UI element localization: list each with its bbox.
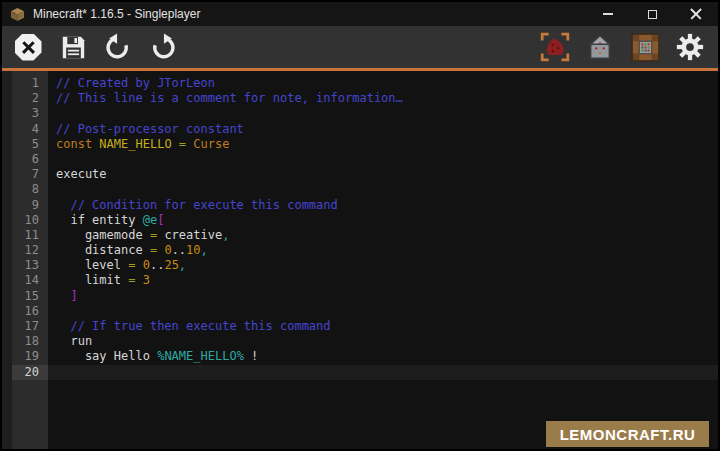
toolbar xyxy=(2,26,718,68)
code-lines: 1// Created by JTorLeon2// This line is … xyxy=(2,71,718,380)
redo-icon xyxy=(149,33,177,61)
code-line-4[interactable]: 4// Post-processor constant xyxy=(2,122,718,137)
code-line-15[interactable]: 15 ] xyxy=(2,289,718,304)
maximize-icon xyxy=(648,10,657,19)
line-number: 18 xyxy=(2,334,48,349)
line-number: 4 xyxy=(2,122,48,137)
code-line-2[interactable]: 2// This line is a comment for note, inf… xyxy=(2,91,718,106)
code-text: limit = 3 xyxy=(48,273,718,288)
code-text: // Post-processor constant xyxy=(48,122,718,137)
line-number: 20 xyxy=(2,365,48,380)
code-text: level = 0..25, xyxy=(48,258,718,273)
line-number: 5 xyxy=(2,137,48,152)
line-number: 13 xyxy=(2,258,48,273)
line-number: 17 xyxy=(2,319,48,334)
line-number: 16 xyxy=(2,304,48,319)
code-text: distance = 0..10, xyxy=(48,243,718,258)
settings-button[interactable] xyxy=(674,31,706,63)
code-line-7[interactable]: 7execute xyxy=(2,167,718,182)
crafting-table-button[interactable] xyxy=(629,31,661,63)
redstone-target-icon xyxy=(539,31,571,63)
code-text: // Condition for execute this command xyxy=(48,198,718,213)
line-number: 3 xyxy=(2,106,48,121)
code-text: say Hello %NAME_HELLO% ! xyxy=(48,349,718,364)
code-text xyxy=(48,106,718,121)
code-text: // If true then execute this command xyxy=(48,319,718,334)
settings-gear-icon xyxy=(675,32,705,62)
code-text: if entity @e[ xyxy=(48,213,718,228)
code-text xyxy=(48,182,718,197)
undo-icon xyxy=(104,33,132,61)
code-text xyxy=(48,365,718,380)
line-number: 2 xyxy=(2,91,48,106)
code-line-17[interactable]: 17 // If true then execute this command xyxy=(2,319,718,334)
code-line-18[interactable]: 18 run xyxy=(2,334,718,349)
maximize-button[interactable] xyxy=(630,2,674,26)
code-text: const NAME_HELLO = Curse xyxy=(48,137,718,152)
line-number: 12 xyxy=(2,243,48,258)
line-number: 1 xyxy=(2,76,48,91)
code-line-6[interactable]: 6 xyxy=(2,152,718,167)
line-number: 8 xyxy=(2,182,48,197)
code-line-19[interactable]: 19 say Hello %NAME_HELLO% ! xyxy=(2,349,718,364)
code-line-11[interactable]: 11 gamemode = creative, xyxy=(2,228,718,243)
line-number: 7 xyxy=(2,167,48,182)
code-text: gamemode = creative, xyxy=(48,228,718,243)
line-number: 19 xyxy=(2,349,48,364)
watermark-banner: LEMONCRAFT.RU xyxy=(546,421,709,447)
code-text: execute xyxy=(48,167,718,182)
crafting-table-icon xyxy=(630,32,661,63)
minimize-button[interactable] xyxy=(586,2,630,26)
code-editor[interactable]: 1// Created by JTorLeon2// This line is … xyxy=(2,71,718,451)
window-title: Minecraft* 1.16.5 - Singleplayer xyxy=(33,7,586,21)
code-text xyxy=(48,304,718,319)
code-line-1[interactable]: 1// Created by JTorLeon xyxy=(2,76,718,91)
save-button[interactable] xyxy=(57,31,89,63)
home-button[interactable] xyxy=(584,31,616,63)
close-project-button[interactable] xyxy=(12,31,44,63)
redo-button[interactable] xyxy=(147,31,179,63)
redstone-target-button[interactable] xyxy=(539,31,571,63)
close-project-icon xyxy=(15,34,42,61)
line-number: 6 xyxy=(2,152,48,167)
code-line-13[interactable]: 13 level = 0..25, xyxy=(2,258,718,273)
code-text: ] xyxy=(48,289,718,304)
code-line-14[interactable]: 14 limit = 3 xyxy=(2,273,718,288)
line-number: 14 xyxy=(2,273,48,288)
app-window: Minecraft* 1.16.5 - Singleplayer xyxy=(0,0,720,451)
home-icon xyxy=(586,33,614,61)
minecraft-block-icon xyxy=(10,7,25,22)
line-number: 10 xyxy=(2,213,48,228)
undo-button[interactable] xyxy=(102,31,134,63)
code-text: // Created by JTorLeon xyxy=(48,76,718,91)
save-icon xyxy=(60,34,87,61)
code-line-9[interactable]: 9 // Condition for execute this command xyxy=(2,198,718,213)
title-bar: Minecraft* 1.16.5 - Singleplayer xyxy=(2,2,718,26)
line-number: 9 xyxy=(2,198,48,213)
code-line-10[interactable]: 10 if entity @e[ xyxy=(2,213,718,228)
code-line-8[interactable]: 8 xyxy=(2,182,718,197)
code-line-12[interactable]: 12 distance = 0..10, xyxy=(2,243,718,258)
code-line-5[interactable]: 5const NAME_HELLO = Curse xyxy=(2,137,718,152)
close-icon xyxy=(690,8,702,20)
code-text: // This line is a comment for note, info… xyxy=(48,91,718,106)
toolbar-left-group xyxy=(12,31,179,63)
code-line-20[interactable]: 20 xyxy=(2,365,718,380)
toolbar-right-group xyxy=(539,31,706,63)
code-text: run xyxy=(48,334,718,349)
minimize-icon xyxy=(603,13,613,15)
code-line-16[interactable]: 16 xyxy=(2,304,718,319)
line-number: 11 xyxy=(2,228,48,243)
code-line-3[interactable]: 3 xyxy=(2,106,718,121)
code-text xyxy=(48,152,718,167)
line-number: 15 xyxy=(2,289,48,304)
close-button[interactable] xyxy=(674,2,718,26)
